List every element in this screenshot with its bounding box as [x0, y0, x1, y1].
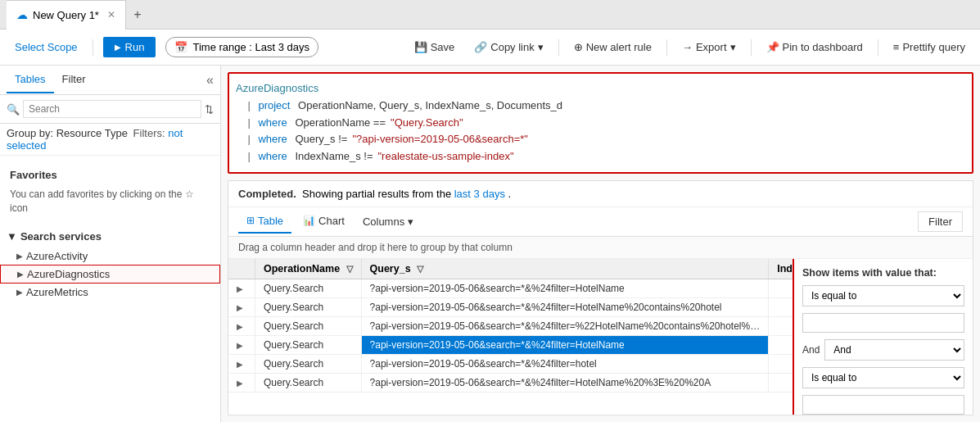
sidebar-tab-filter[interactable]: Filter	[54, 66, 94, 93]
row-expand-icon[interactable]: ▶	[237, 379, 246, 388]
query-tab-1[interactable]: ☁ New Query 1* ✕	[7, 0, 126, 29]
add-tab-button[interactable]: +	[126, 3, 149, 26]
run-button[interactable]: ▶ Run	[103, 37, 156, 57]
query-line-4: | where Query_s != "?api-version=2019-05…	[236, 131, 965, 148]
filter-panel-button[interactable]: Filter	[918, 211, 963, 232]
filter-value-1-input[interactable]	[802, 313, 964, 333]
query-line-3: | where OperationName == "Query.Search"	[236, 115, 965, 132]
table-row[interactable]: ▶ Query.Search ?api-version=2019-05-06&s…	[228, 297, 793, 316]
row-expand-icon[interactable]: ▶	[237, 303, 246, 312]
query-line-2: | project OperationName, Query_s, IndexN…	[236, 98, 965, 115]
calendar-icon: 📅	[174, 41, 187, 53]
sidebar-groupby: Group by: Resource Type Filters: not sel…	[0, 124, 220, 156]
tree-item-azure-activity[interactable]: ▶ AzureActivity	[0, 247, 220, 265]
filter-popup-title: Show items with value that:	[802, 267, 964, 279]
copy-link-button[interactable]: 🔗 Copy link ▾	[469, 38, 548, 57]
toolbar-divider-4	[751, 39, 752, 56]
filter-icon-operation[interactable]: ▽	[346, 264, 353, 274]
expand-arrow-icon: ▶	[17, 270, 24, 279]
favorites-title: Favorites	[0, 162, 220, 184]
query-editor[interactable]: AzureDiagnostics | project OperationName…	[228, 72, 973, 174]
sidebar: Tables Filter « 🔍 ⇅ Group by: Resource T…	[0, 66, 221, 422]
drag-hint: Drag a column header and drop it here to…	[228, 237, 973, 259]
table-row[interactable]: ▶ Query.Search ?api-version=2019-05-06&s…	[228, 354, 793, 373]
th-expand	[228, 259, 255, 279]
result-status: Completed. Showing partial results from …	[228, 181, 973, 207]
toolbar: Select Scope ▶ Run 📅 Time range : Last 3…	[0, 29, 980, 66]
query-line-5: | where IndexName_s != "realestate-us-sa…	[236, 148, 965, 166]
tree-item-azure-diagnostics[interactable]: ▶ AzureDiagnostics	[0, 265, 220, 284]
query-line-1: AzureDiagnostics	[236, 80, 965, 98]
table-row[interactable]: ▶ Query.Search ?api-version=2019-05-06&s…	[228, 279, 793, 297]
toolbar-divider-3	[666, 39, 667, 56]
th-query-s: Query_s ▽	[361, 259, 769, 279]
toolbar-divider-5	[878, 39, 878, 56]
filter-condition-1-select[interactable]: Is equal to	[802, 285, 964, 306]
tab-close-icon[interactable]: ✕	[107, 9, 115, 20]
select-scope-button[interactable]: Select Scope	[10, 38, 83, 57]
prettify-icon: ≡	[893, 41, 900, 53]
result-tab-table[interactable]: ⊞ Table	[238, 210, 291, 234]
chevron-down-icon: ▾	[538, 41, 544, 53]
new-alert-rule-button[interactable]: ⊕ New alert rule	[569, 38, 657, 57]
tree-item-azure-metrics[interactable]: ▶ AzureMetrics	[0, 284, 220, 301]
filter-icon-query[interactable]: ▽	[417, 264, 423, 274]
alert-icon: ⊕	[574, 41, 583, 53]
search-services-section[interactable]: ▼ Search services	[0, 225, 220, 247]
cloud-icon: ☁	[16, 8, 28, 21]
result-area: Completed. Showing partial results from …	[228, 180, 973, 415]
expand-arrow-icon: ▶	[16, 288, 23, 297]
main-layout: Tables Filter « 🔍 ⇅ Group by: Resource T…	[0, 66, 980, 422]
expand-arrow-icon: ▶	[16, 252, 23, 261]
filter-popup: Show items with value that: Is equal to …	[793, 259, 973, 415]
export-icon: →	[682, 41, 693, 53]
sidebar-content: Favorites You can add favorites by click…	[0, 156, 220, 422]
save-icon: 💾	[414, 41, 427, 53]
filter-and-row: And And Or	[802, 339, 964, 361]
row-expand-icon[interactable]: ▶	[237, 322, 246, 331]
toolbar-divider-2	[558, 39, 559, 56]
export-chevron-icon: ▾	[730, 41, 736, 53]
filter-value-2-input[interactable]	[802, 395, 964, 415]
play-icon: ▶	[115, 43, 121, 52]
time-range-button[interactable]: 📅 Time range : Last 3 days	[165, 37, 318, 57]
sidebar-tabs: Tables Filter «	[0, 66, 220, 95]
save-button[interactable]: 💾 Save	[409, 38, 460, 57]
th-index-name: IndexName_s ▽	[769, 259, 793, 279]
row-expand-icon[interactable]: ▶	[237, 341, 246, 350]
row-expand-icon[interactable]: ▶	[237, 284, 246, 293]
content-area: AzureDiagnostics | project OperationName…	[221, 66, 980, 422]
table-row[interactable]: ▶ Query.Search ?api-version=2019-05-06&s…	[228, 373, 793, 392]
result-tab-chart[interactable]: 📊 Chart	[295, 210, 353, 234]
link-icon: 🔗	[474, 41, 487, 53]
export-button[interactable]: → Export ▾	[677, 38, 741, 57]
favorites-description: You can add favorites by clicking on the…	[0, 184, 220, 219]
table-row[interactable]: ▶ Query.Search ?api-version=2019-05-06&s…	[228, 316, 793, 335]
sidebar-tab-tables[interactable]: Tables	[7, 66, 54, 93]
tab-label: New Query 1*	[33, 9, 99, 21]
chart-icon: 📊	[303, 215, 315, 226]
table-header-row: OperationName ▽ Query_s ▽ IndexName_s ▽ …	[228, 259, 793, 279]
row-expand-icon[interactable]: ▶	[237, 360, 246, 369]
result-table: OperationName ▽ Query_s ▽ IndexName_s ▽ …	[228, 259, 793, 393]
pin-icon: 📌	[766, 41, 779, 53]
toolbar-divider-1	[93, 39, 93, 56]
table-icon: ⊞	[246, 215, 255, 226]
prettify-query-button[interactable]: ≡ Prettify query	[888, 38, 970, 57]
th-operation-name: OperationName ▽	[255, 259, 362, 279]
search-input[interactable]	[23, 100, 201, 118]
filter-condition-2-select[interactable]: Is equal to	[802, 367, 964, 388]
filter-and-select[interactable]: And Or	[824, 339, 964, 361]
sidebar-search-area: 🔍 ⇅	[0, 95, 220, 124]
pin-to-dashboard-button[interactable]: 📌 Pin to dashboard	[761, 38, 868, 57]
filter-sort-icon[interactable]: ⇅	[205, 103, 214, 116]
result-table-scroll[interactable]: OperationName ▽ Query_s ▽ IndexName_s ▽ …	[228, 259, 793, 415]
tab-bar: ☁ New Query 1* ✕ +	[0, 0, 980, 29]
columns-chevron-icon: ▾	[408, 216, 413, 228]
sidebar-collapse-button[interactable]: «	[206, 73, 214, 88]
table-row[interactable]: ▶ Query.Search ?api-version=2019-05-06&s…	[228, 335, 793, 354]
result-table-wrapper: OperationName ▽ Query_s ▽ IndexName_s ▽ …	[228, 259, 973, 415]
columns-button[interactable]: Columns ▾	[356, 212, 420, 231]
section-expand-icon: ▼	[7, 230, 17, 243]
search-icon: 🔍	[7, 103, 20, 116]
